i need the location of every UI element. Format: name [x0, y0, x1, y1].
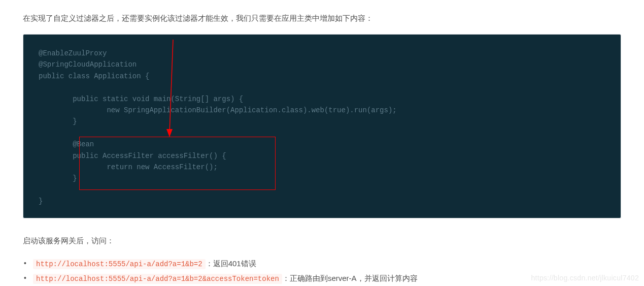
watermark: https://blog.csdn.net/jlkuicul7402: [531, 274, 639, 282]
code-block: @EnableZuulProxy @SpringCloudApplication…: [23, 34, 621, 218]
list-item: http://localhost:5555/api-a/add?a=1&b=2：…: [33, 257, 621, 271]
list-desc: ：返回401错误: [206, 259, 256, 268]
intro-paragraph: 在实现了自定义过滤器之后，还需要实例化该过滤器才能生效，我们只需要在应用主类中增…: [23, 11, 621, 25]
code-content: @EnableZuulProxy @SpringCloudApplication…: [39, 48, 605, 207]
url-code: http://localhost:5555/api-a/add?a=1&b=2&…: [33, 274, 282, 284]
url-code: http://localhost:5555/api-a/add?a=1&b=2: [33, 259, 206, 269]
after-paragraph: 启动该服务网关后，访问：: [23, 234, 621, 247]
list-desc: ：正确路由到server-A，并返回计算内容: [282, 274, 418, 282]
